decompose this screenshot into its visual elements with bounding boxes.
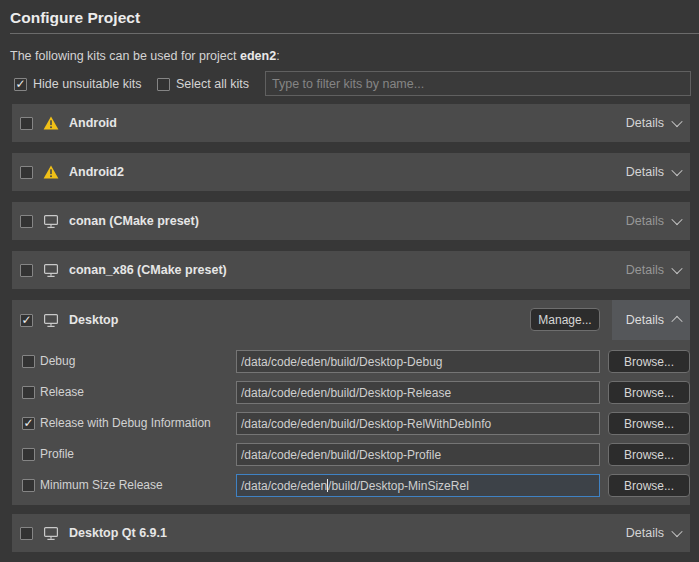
- desktop-icon: [43, 526, 59, 541]
- build-config-row-release: Release Browse...: [12, 381, 690, 404]
- kit-checkbox-android2[interactable]: [20, 166, 33, 179]
- details-toggle-android2[interactable]: Details: [626, 153, 690, 191]
- select-all-kits-label: Select all kits: [176, 77, 249, 91]
- build-dir-input-release[interactable]: [236, 381, 600, 404]
- kit-checkbox-conan-x86[interactable]: [20, 264, 33, 277]
- details-label: Details: [626, 263, 664, 277]
- kit-row-android[interactable]: Android Details: [12, 104, 690, 142]
- manage-kits-button[interactable]: Manage...: [530, 308, 600, 331]
- hide-unsuitable-kits-checkbox[interactable]: Hide unsuitable kits: [14, 77, 141, 91]
- kit-row-android2[interactable]: Android2 Details: [12, 153, 690, 191]
- kit-checkbox-conan[interactable]: [20, 215, 33, 228]
- kit-row-desktop[interactable]: Desktop: [12, 300, 118, 340]
- build-dir-input-profile[interactable]: [236, 443, 600, 466]
- hide-unsuitable-kits-label: Hide unsuitable kits: [33, 77, 141, 91]
- checkbox-unchecked-icon[interactable]: [157, 78, 170, 91]
- build-config-row-debug: Debug Browse...: [12, 350, 690, 373]
- build-config-checkbox-profile[interactable]: [22, 448, 35, 461]
- path-text-after-caret: /build/Desktop-MinSizeRel: [328, 479, 469, 493]
- kits-description-prefix: The following kits can be used for proje…: [10, 49, 240, 63]
- build-config-label: Release with Debug Information: [40, 412, 211, 435]
- warning-icon: [43, 165, 59, 180]
- build-config-checkbox-debug[interactable]: [22, 355, 35, 368]
- details-toggle-conan[interactable]: Details: [626, 202, 690, 240]
- browse-button-minsizerel[interactable]: Browse...: [608, 474, 690, 497]
- configure-project-page: Configure Project The following kits can…: [0, 0, 699, 562]
- chevron-down-icon: [671, 165, 682, 176]
- build-config-label: Profile: [40, 443, 74, 466]
- kit-checkbox-desktop[interactable]: [20, 314, 33, 327]
- details-toggle-android[interactable]: Details: [626, 104, 690, 142]
- details-label: Details: [626, 116, 664, 130]
- details-label: Details: [626, 214, 664, 228]
- chevron-down-icon: [671, 263, 682, 274]
- build-dir-input-minsizerel[interactable]: /data/code/eden/build/Desktop-MinSizeRel: [236, 474, 600, 497]
- kit-panel-desktop: Desktop Manage... Details Debug Browse..…: [12, 300, 690, 505]
- kit-row-conan[interactable]: conan (CMake preset) Details: [12, 202, 690, 240]
- details-toggle-conan-x86[interactable]: Details: [626, 251, 690, 289]
- path-text-before-caret: /data/code/eden: [241, 479, 327, 493]
- chevron-down-icon: [671, 214, 682, 225]
- chevron-down-icon: [671, 116, 682, 127]
- kit-name: Android: [69, 116, 117, 130]
- kit-name: Android2: [69, 165, 124, 179]
- kits-description: The following kits can be used for proje…: [10, 49, 280, 63]
- browse-button-debug[interactable]: Browse...: [608, 350, 690, 373]
- warning-icon: [43, 116, 59, 131]
- desktop-icon: [43, 313, 59, 328]
- build-config-row-minsizerel: Minimum Size Release /data/code/eden/bui…: [12, 474, 690, 497]
- kit-name: conan_x86 (CMake preset): [69, 263, 227, 277]
- kit-row-conan-x86[interactable]: conan_x86 (CMake preset) Details: [12, 251, 690, 289]
- kit-name: Desktop: [69, 313, 118, 327]
- kit-filter-input[interactable]: [265, 71, 691, 96]
- build-config-checkbox-relwithdebinfo[interactable]: [22, 417, 35, 430]
- kit-name: Desktop Qt 6.9.1: [69, 526, 167, 540]
- details-label: Details: [626, 526, 664, 540]
- page-title: Configure Project: [10, 9, 140, 27]
- kit-checkbox-desktop-qt[interactable]: [20, 527, 33, 540]
- build-config-label: Release: [40, 381, 84, 404]
- details-toggle-desktop-qt[interactable]: Details: [626, 514, 690, 552]
- build-config-row-relwithdebinfo: Release with Debug Information Browse...: [12, 412, 690, 435]
- build-config-checkbox-release[interactable]: [22, 386, 35, 399]
- details-label: Details: [626, 165, 664, 179]
- build-config-checkbox-minsizerel[interactable]: [22, 479, 35, 492]
- project-name: eden2: [240, 49, 276, 63]
- browse-button-release[interactable]: Browse...: [608, 381, 690, 404]
- build-config-label: Debug: [40, 350, 75, 373]
- details-toggle-desktop[interactable]: Details: [612, 300, 690, 340]
- build-dir-input-relwithdebinfo[interactable]: [236, 412, 600, 435]
- build-dir-input-debug[interactable]: [236, 350, 600, 373]
- browse-button-relwithdebinfo[interactable]: Browse...: [608, 412, 690, 435]
- details-label: Details: [626, 313, 664, 327]
- browse-button-profile[interactable]: Browse...: [608, 443, 690, 466]
- kit-name: conan (CMake preset): [69, 214, 199, 228]
- build-config-label: Minimum Size Release: [40, 474, 163, 497]
- title-separator: [10, 33, 699, 34]
- chevron-down-icon: [671, 526, 682, 537]
- checkbox-checked-icon[interactable]: [14, 78, 27, 91]
- chevron-up-icon: [671, 316, 682, 327]
- kits-description-suffix: :: [276, 49, 279, 63]
- desktop-icon: [43, 214, 59, 229]
- kit-row-desktop-qt[interactable]: Desktop Qt 6.9.1 Details: [12, 514, 690, 552]
- desktop-icon: [43, 263, 59, 278]
- select-all-kits-checkbox[interactable]: Select all kits: [157, 77, 249, 91]
- build-config-row-profile: Profile Browse...: [12, 443, 690, 466]
- kit-checkbox-android[interactable]: [20, 117, 33, 130]
